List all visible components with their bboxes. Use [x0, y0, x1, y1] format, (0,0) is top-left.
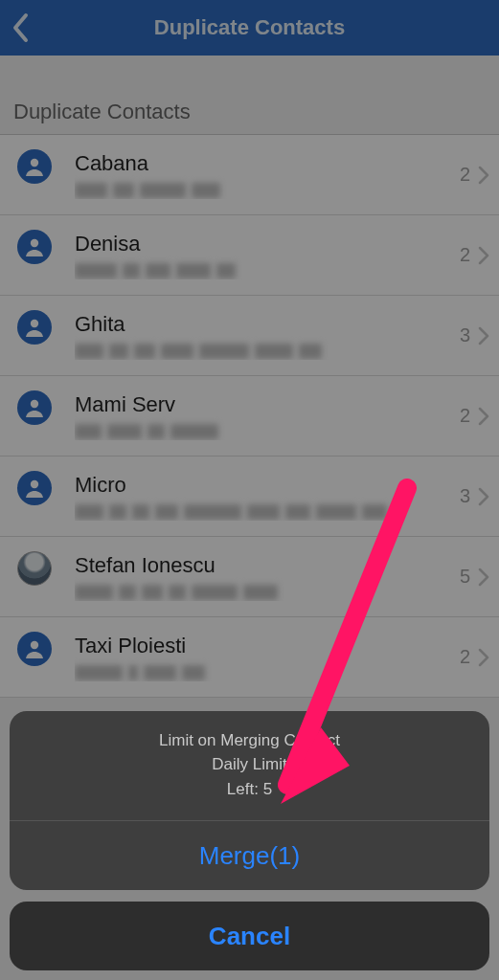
cancel-button[interactable]: Cancel	[10, 902, 489, 970]
action-sheet-group: Limit on Merging Contact Daily Limit Lef…	[10, 711, 489, 891]
sheet-message-line: Limit on Merging Contact	[29, 728, 470, 753]
sheet-message-line: Daily Limit	[29, 752, 470, 777]
sheet-message-line: Left: 5	[29, 777, 470, 802]
action-sheet-message: Limit on Merging Contact Daily Limit Lef…	[10, 711, 489, 822]
merge-button[interactable]: Merge(1)	[10, 821, 489, 890]
action-sheet: Limit on Merging Contact Daily Limit Lef…	[10, 711, 489, 971]
